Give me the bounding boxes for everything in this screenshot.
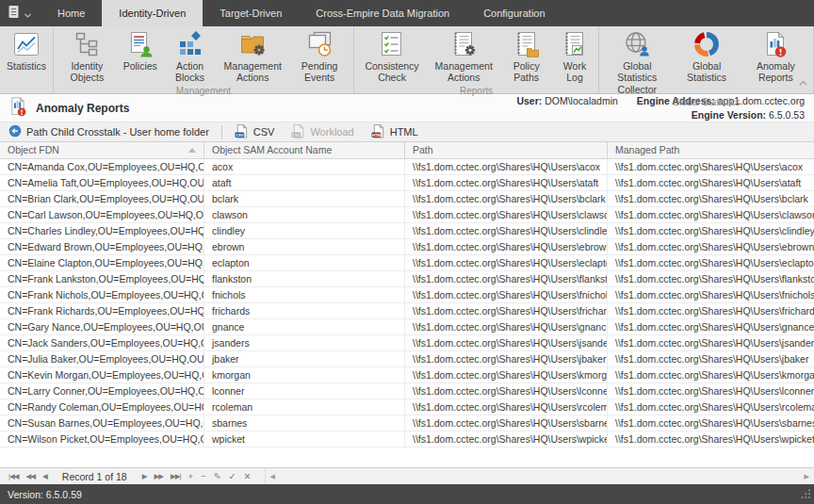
sort-ascending-icon xyxy=(188,148,196,153)
nav-edit-button[interactable]: ✎ xyxy=(210,471,225,481)
cell-sam-account: acox xyxy=(204,159,405,174)
resize-grip[interactable] xyxy=(800,486,811,503)
cell-object-fdn: CN=Frank Richards,OU=Employees,OU=HQ,OU=… xyxy=(0,303,204,318)
table-row[interactable]: CN=Edward Brown,OU=Employees,OU=HQ,OU=do… xyxy=(0,239,814,255)
ribbon-button-pending-events[interactable]: Pending Events xyxy=(287,29,351,85)
windows-clock-icon xyxy=(305,30,334,58)
table-row[interactable]: CN=Amanda Cox,OU=Employees,OU=HQ,OU=dom,… xyxy=(0,159,814,175)
nav-prev-page-button[interactable]: ◀◀ xyxy=(22,472,39,480)
anomaly-report-icon xyxy=(761,30,790,58)
nav-last-button[interactable]: ▶▶| xyxy=(167,472,184,480)
nav-prev-button[interactable]: ◀ xyxy=(39,472,51,480)
nav-append-button[interactable]: + xyxy=(185,471,198,481)
table-row[interactable]: CN=Kevin Morgan,OU=Employees,OU=HQ,OU=do… xyxy=(0,367,814,383)
report-chart-icon xyxy=(561,30,589,58)
nav-cancel-edit-button[interactable]: ✕ xyxy=(240,471,255,481)
column-header-path[interactable]: Path xyxy=(405,142,608,158)
ribbon-button-label: Management Actions xyxy=(222,60,283,84)
cell-object-fdn: CN=Julia Baker,OU=Employees,OU=HQ,OU=dom… xyxy=(0,351,204,366)
export-workload-button[interactable]: CSV Workload xyxy=(283,122,362,141)
checklist-icon xyxy=(378,30,406,58)
table-row[interactable]: CN=Randy Coleman,OU=Employees,OU=HQ,OU=d… xyxy=(0,399,814,415)
tab-configuration[interactable]: Configuration xyxy=(466,0,562,26)
tab-identity-driven[interactable]: Identity-Driven xyxy=(102,0,203,26)
ribbon-button-label: Work Log xyxy=(558,60,592,84)
ribbon-button-identity-objects[interactable]: Identity Objects xyxy=(56,29,119,85)
export-html-button[interactable]: HTM HTML xyxy=(363,122,427,141)
app-menu-icon xyxy=(8,5,22,23)
cell-sam-account: frichards xyxy=(204,303,405,318)
status-bar: Version: 6.5.0.59 xyxy=(0,484,814,504)
back-button[interactable]: Path Child Crosstalk - User home folder xyxy=(0,122,218,141)
record-navigator: |◀◀ ◀◀ ◀ Record 1 of 18 ▶ ▶▶ ▶▶| + − ✎ ✓… xyxy=(0,467,814,484)
line-chart-icon xyxy=(12,30,41,58)
html-file-icon: HTM xyxy=(371,124,385,140)
scroll-right-icon[interactable]: ▶ xyxy=(800,473,814,480)
horizontal-scrollbar: ◀ ▶ xyxy=(265,468,814,484)
toolbar-separator xyxy=(221,125,222,139)
cell-object-fdn: CN=Elaine Clapton,OU=Employees,OU=HQ,OU=… xyxy=(0,255,204,270)
cell-path: \\fs1.dom.cctec.org\Shares\HQ\Users\fnic… xyxy=(405,287,608,302)
cell-managed-path: \\fs1.dom.cctec.org\Shares\HQ\Users\lcon… xyxy=(608,383,814,398)
tab-home[interactable]: Home xyxy=(41,0,102,26)
cell-sam-account: jsanders xyxy=(204,335,405,350)
cell-path: \\fs1.dom.cctec.org\Shares\HQ\Users\fric… xyxy=(405,303,608,318)
table-row[interactable]: CN=Susan Barnes,OU=Employees,OU=HQ,OU=do… xyxy=(0,415,814,431)
cell-sam-account: ebrown xyxy=(204,239,405,254)
table-row[interactable]: CN=Julia Baker,OU=Employees,OU=HQ,OU=dom… xyxy=(0,351,814,367)
cell-object-fdn: CN=Charles Lindley,OU=Employees,OU=HQ,OU… xyxy=(0,223,204,238)
ribbon-button-consistency-check[interactable]: Consistency Check xyxy=(356,29,428,85)
table-row[interactable]: CN=Brian Clark,OU=Employees,OU=HQ,OU=dom… xyxy=(0,191,814,207)
ribbon-button-action-blocks[interactable]: Action Blocks xyxy=(162,29,218,85)
collapse-ribbon-icon[interactable] xyxy=(799,73,807,89)
ribbon-button-policies[interactable]: Policies xyxy=(119,29,162,73)
scrollbar-track[interactable] xyxy=(280,468,800,484)
nav-end-edit-button[interactable]: ✓ xyxy=(225,471,240,481)
ribbon-group-label: Reports xyxy=(356,85,596,98)
cell-object-fdn: CN=Frank Lankston,OU=Employees,OU=HQ,OU=… xyxy=(0,271,204,286)
table-row[interactable]: CN=Carl Lawson,OU=Employees,OU=HQ,OU=dom… xyxy=(0,207,814,223)
column-header-managed-path[interactable]: Managed Path xyxy=(608,142,814,158)
ribbon-button-label: Pending Events xyxy=(292,60,347,84)
workload-file-icon: CSV xyxy=(291,124,305,140)
ribbon-button-statistics[interactable]: Statistics xyxy=(2,29,51,73)
ribbon-button-global-statistics[interactable]: Global Statistics xyxy=(674,29,741,85)
ribbon-button-management-actions[interactable]: Management Actions xyxy=(218,29,287,85)
tab-cross-empire-data-migration[interactable]: Cross-Empire Data Migration xyxy=(299,0,466,26)
ribbon-button-work-log[interactable]: Work Log xyxy=(553,29,596,85)
nav-next-button[interactable]: ▶ xyxy=(138,472,151,480)
table-row[interactable]: CN=Elaine Clapton,OU=Employees,OU=HQ,OU=… xyxy=(0,255,814,271)
report-toolbar: Path Child Crosstalk - User home folder … xyxy=(0,122,814,142)
record-count-text: Record 1 of 18 xyxy=(62,471,127,482)
table-row[interactable]: CN=Amelia Taft,OU=Employees,OU=HQ,OU=dom… xyxy=(0,175,814,191)
cell-object-fdn: CN=Kevin Morgan,OU=Employees,OU=HQ,OU=do… xyxy=(0,367,204,382)
nav-delete-button[interactable]: − xyxy=(197,471,210,481)
table-row[interactable]: CN=Larry Conner,OU=Employees,OU=HQ,OU=do… xyxy=(0,383,814,399)
ribbon-button-global-statistics-collector[interactable]: Global Statistics Collector xyxy=(601,29,674,96)
report-folder-icon xyxy=(513,30,541,58)
nav-next-page-button[interactable]: ▶▶ xyxy=(150,472,167,480)
scroll-left-icon[interactable]: ◀ xyxy=(266,473,280,480)
ribbon-group-management: Identity Objects Policies Action Blocks xyxy=(54,26,354,93)
table-row[interactable]: CN=Frank Nichols,OU=Employees,OU=HQ,OU=d… xyxy=(0,287,814,303)
ribbon-button-management-actions-report[interactable]: Management Actions xyxy=(428,29,499,85)
table-row[interactable]: CN=Frank Richards,OU=Employees,OU=HQ,OU=… xyxy=(0,303,814,319)
cell-sam-account: eclapton xyxy=(204,255,405,270)
app-menu-button[interactable] xyxy=(0,0,41,26)
column-header-object-fdn[interactable]: Object FDN xyxy=(0,142,204,158)
cell-path: \\fs1.dom.cctec.org\Shares\HQ\Users\ataf… xyxy=(405,175,608,190)
table-row[interactable]: CN=Gary Nance,OU=Employees,OU=HQ,OU=dom,… xyxy=(0,319,814,335)
table-row[interactable]: CN=Charles Lindley,OU=Employees,OU=HQ,OU… xyxy=(0,223,814,239)
ribbon-button-policy-paths[interactable]: Policy Paths xyxy=(499,29,553,85)
nav-first-button[interactable]: |◀◀ xyxy=(5,472,22,480)
table-row[interactable]: CN=Frank Lankston,OU=Employees,OU=HQ,OU=… xyxy=(0,271,814,287)
version-text: Version: 6.5.0.59 xyxy=(0,489,82,500)
grid-body: CN=Amanda Cox,OU=Employees,OU=HQ,OU=dom,… xyxy=(0,159,814,467)
action-blocks-icon xyxy=(176,30,204,58)
export-csv-button[interactable]: CSV CSV xyxy=(226,122,284,141)
table-row[interactable]: CN=Jack Sanders,OU=Employees,OU=HQ,OU=do… xyxy=(0,335,814,351)
tab-target-driven[interactable]: Target-Driven xyxy=(203,0,299,26)
table-row[interactable]: CN=Wilson Picket,OU=Employees,OU=HQ,OU=d… xyxy=(0,431,814,447)
ribbon-tab-bar: Home Identity-Driven Target-Driven Cross… xyxy=(0,0,814,26)
column-header-object-sam-account-name[interactable]: Object SAM Account Name xyxy=(204,142,405,158)
